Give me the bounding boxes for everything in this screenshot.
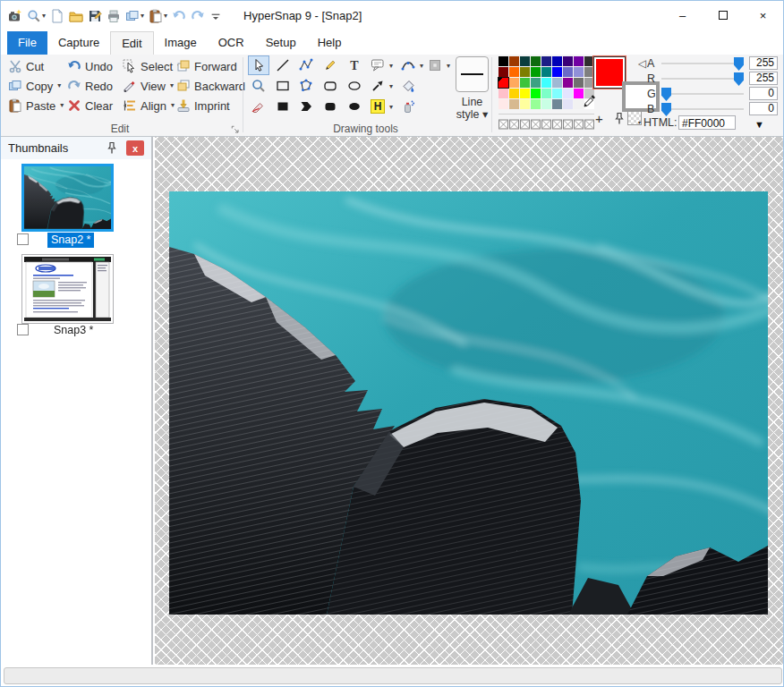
custom-color-slot[interactable] — [499, 117, 508, 128]
chevron-down-icon[interactable]: ▾ — [389, 103, 393, 111]
chevron-down-icon[interactable]: ▾ — [420, 62, 423, 70]
palette-swatch[interactable] — [509, 56, 519, 66]
redo-button[interactable]: Redo — [67, 77, 113, 95]
close-button[interactable]: × — [743, 1, 783, 30]
camera-icon[interactable] — [6, 5, 24, 27]
palette-swatch[interactable] — [541, 78, 551, 88]
add-color-icon[interactable]: + — [595, 112, 603, 125]
paste-icon[interactable]: ▾ — [147, 5, 169, 27]
open-folder-icon[interactable] — [67, 5, 85, 27]
palette-swatch[interactable] — [509, 67, 519, 77]
tab-capture[interactable]: Capture — [47, 31, 110, 55]
palette-swatch[interactable] — [552, 56, 562, 66]
snap2-image[interactable] — [169, 191, 768, 615]
palette-swatch[interactable] — [574, 78, 584, 88]
tab-help[interactable]: Help — [307, 31, 353, 55]
palette-swatch[interactable] — [541, 99, 551, 109]
magnifier-icon[interactable]: ▾ — [25, 5, 47, 27]
r-value-field[interactable]: 255 — [749, 72, 778, 85]
save-icon[interactable] — [86, 5, 104, 27]
b-slider-track[interactable] — [661, 108, 744, 111]
palette-swatch[interactable] — [574, 56, 584, 66]
pin-panel-icon[interactable] — [105, 141, 119, 158]
palette-swatch[interactable] — [541, 89, 551, 98]
custom-color-slot[interactable] — [574, 117, 584, 128]
a-value-field[interactable]: 255 — [749, 56, 778, 70]
palette-swatch[interactable] — [509, 89, 519, 98]
chevron-down-icon[interactable]: ▾ — [389, 62, 393, 70]
polygon-tool[interactable] — [295, 76, 317, 96]
transparency-pattern-button[interactable]: ▾ — [627, 111, 642, 125]
ellipse-tool[interactable] — [344, 76, 365, 96]
view-button[interactable]: View▾ — [123, 77, 174, 95]
palette-swatch[interactable] — [531, 89, 541, 98]
palette-swatch[interactable] — [520, 89, 530, 98]
undo-qat-icon[interactable] — [170, 5, 188, 27]
cut-button[interactable]: Cut — [8, 57, 44, 75]
palette-swatch[interactable] — [531, 56, 541, 66]
rectangle-tool[interactable] — [272, 76, 294, 96]
custom-color-slot[interactable] — [584, 117, 594, 128]
rounded-rectangle-tool[interactable] — [320, 76, 341, 96]
forward-button[interactable]: Forward — [176, 57, 237, 75]
a-slider-handle[interactable] — [734, 57, 744, 71]
r-slider-track[interactable] — [661, 78, 744, 81]
eraser-tool[interactable] — [248, 97, 269, 116]
palette-swatch[interactable] — [563, 99, 573, 109]
qat-customize-icon[interactable] — [208, 5, 224, 27]
select-button[interactable]: Select▾ — [123, 57, 181, 75]
tab-setup[interactable]: Setup — [255, 31, 307, 55]
pencil-tool[interactable] — [320, 55, 341, 75]
arrow-tool[interactable] — [367, 76, 388, 96]
custom-color-slot[interactable] — [509, 117, 519, 128]
color-panel-dropdown-icon[interactable]: ▼ — [754, 119, 764, 130]
g-slider-track[interactable] — [661, 93, 744, 96]
redo-qat-icon[interactable] — [189, 5, 207, 27]
palette-swatch[interactable] — [499, 99, 508, 109]
palette-swatch[interactable] — [499, 78, 508, 88]
b-slider-handle[interactable] — [661, 103, 671, 116]
a-slider-track[interactable] — [661, 63, 744, 65]
html-color-input[interactable]: #FF0000 — [678, 115, 736, 130]
line-style-preview[interactable] — [456, 56, 489, 92]
select-tool[interactable] — [248, 55, 269, 75]
align-button[interactable]: Align▾ — [123, 97, 175, 114]
custom-color-slot[interactable] — [541, 117, 551, 128]
palette-swatch[interactable] — [563, 89, 573, 98]
close-panel-button[interactable]: x — [126, 140, 144, 156]
chevron-down-icon[interactable]: ▾ — [389, 82, 393, 90]
copy-button[interactable]: Copy▾ — [8, 77, 61, 95]
imprint-button[interactable]: Imprint — [176, 97, 230, 114]
palette-swatch[interactable] — [563, 67, 573, 77]
tab-ocr[interactable]: OCR — [208, 31, 255, 55]
text-tool[interactable]: T — [344, 55, 365, 75]
thumbnail-checkbox[interactable] — [17, 324, 29, 335]
palette-swatch[interactable] — [563, 56, 573, 66]
filled-ellipse-tool[interactable] — [344, 97, 365, 116]
palette-swatch[interactable] — [499, 56, 508, 66]
palette-swatch[interactable] — [509, 99, 519, 109]
palette-swatch[interactable] — [509, 78, 519, 88]
fill-tool[interactable] — [397, 76, 419, 96]
backward-button[interactable]: Backward — [176, 77, 245, 95]
r-slider-handle[interactable] — [734, 72, 744, 86]
minimize-button[interactable]: – — [662, 1, 703, 30]
curve-tool[interactable] — [397, 55, 419, 75]
thumbnail-snap2-preview[interactable] — [21, 164, 114, 232]
new-doc-icon[interactable] — [48, 5, 66, 27]
tab-image[interactable]: Image — [154, 31, 208, 55]
palette-swatch[interactable] — [563, 78, 573, 88]
shape-tool[interactable] — [424, 55, 446, 75]
palette-swatch[interactable] — [552, 99, 562, 109]
clear-button[interactable]: Clear — [67, 97, 113, 114]
filled-rounded-rectangle-tool[interactable] — [320, 97, 341, 116]
palette-swatch[interactable] — [499, 67, 508, 77]
spray-tool[interactable] — [397, 97, 419, 116]
canvas[interactable] — [155, 137, 784, 665]
thumbnail-snap3-preview[interactable] — [21, 254, 114, 324]
tab-file[interactable]: File — [7, 31, 47, 55]
filled-polygon-tool[interactable] — [295, 97, 317, 116]
highlight-tool[interactable]: H — [367, 97, 388, 116]
g-value-field[interactable]: 0 — [749, 87, 778, 100]
maximize-button[interactable] — [703, 1, 743, 30]
